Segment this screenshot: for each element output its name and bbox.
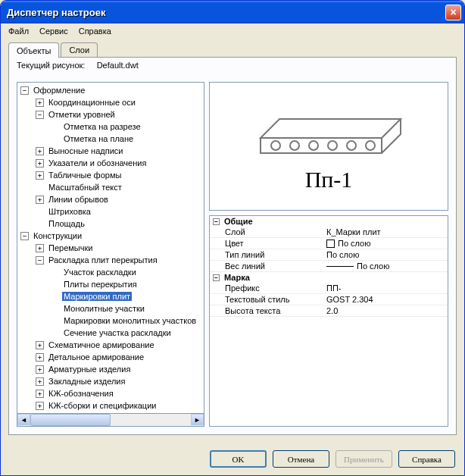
tree-spacer [51,317,59,325]
prop-row-theight[interactable]: Высота текста2.0 [210,305,448,317]
close-icon[interactable]: × [445,5,461,20]
expand-icon[interactable]: + [36,341,44,349]
tab-panel: Текущий рисунок: Default.dwt −Оформление… [8,57,457,435]
tree-node[interactable]: Участок раскладки [62,268,138,277]
prop-row-color[interactable]: ЦветПо слою [210,238,448,249]
tree-node[interactable]: Маркировки монолитных участков [62,316,198,325]
tree[interactable]: −Оформление +Координационные оси −Отметк… [17,82,204,414]
tree-node-oformlenie[interactable]: Оформление [32,86,86,95]
tree-node[interactable]: Отметка на разрезе [62,122,142,131]
expand-icon[interactable]: + [36,171,44,180]
expand-icon[interactable]: − [36,256,44,265]
expand-icon[interactable]: − [20,86,29,95]
content-area: Объекты Слои Текущий рисунок: Default.dw… [1,39,464,443]
expand-icon[interactable]: + [36,196,44,204]
collapse-icon[interactable]: − [213,218,220,225]
tree-node[interactable]: Отметка на плане [62,134,135,143]
help-button[interactable]: Справка [398,450,455,468]
tree-node[interactable]: Арматурные изделия [47,365,132,374]
expand-icon[interactable]: + [36,390,44,398]
expand-icon[interactable]: + [36,365,44,374]
scroll-left-icon[interactable]: ◄ [17,414,30,425]
prop-value[interactable]: 2.0 [323,305,448,316]
menu-file[interactable]: Файл [4,25,33,37]
tab-layers[interactable]: Слои [61,42,98,58]
titlebar[interactable]: Диспетчер настроек × [1,1,464,23]
expand-icon[interactable]: + [36,402,44,410]
horizontal-scrollbar[interactable]: ◄ ► [17,414,204,427]
prop-name: Цвет [210,238,323,249]
expand-icon[interactable]: − [36,111,44,119]
tree-spacer [51,293,59,301]
expand-icon[interactable]: + [36,147,44,155]
tree-node[interactable]: Указатели и обозначения [47,158,148,168]
prop-value[interactable]: По слою [323,261,448,271]
tree-spacer [36,183,44,192]
expand-icon[interactable]: + [36,99,44,107]
tree-spacer [51,280,59,289]
tree-node[interactable]: Детальное армирование [47,352,145,362]
expand-icon[interactable]: + [36,377,44,386]
tree-node-selected[interactable]: Маркировки плит [62,292,132,301]
tree-node[interactable]: КЖ-обозначения [47,389,115,398]
prop-value[interactable]: К_Марки плит [323,227,448,237]
prop-row-tstyle[interactable]: Текстовый стильGOST 2.304 [210,294,448,305]
prop-group-common[interactable]: −Общие [210,216,448,227]
expand-icon[interactable]: − [20,232,29,240]
scroll-track[interactable] [30,414,191,426]
tree-node[interactable]: Площадь [47,219,86,228]
tree-node[interactable]: Схематичное армирование [47,340,156,349]
tab-objects[interactable]: Объекты [8,42,59,58]
tree-node[interactable]: Закладные изделия [47,377,126,386]
svg-point-0 [271,141,280,150]
slab-icon [253,100,404,161]
svg-point-3 [328,141,337,150]
prop-value[interactable]: ПП- [323,283,448,293]
tree-node[interactable]: Отметки уровней [47,110,117,119]
tree-node[interactable]: Масштабный текст [47,183,123,192]
tree-node-konstr[interactable]: Конструкции [32,231,83,240]
tree-node[interactable]: Линии обрывов [47,195,110,204]
tree-node[interactable]: Координационные оси [47,98,137,107]
tree-node[interactable]: Плиты перекрытия [62,280,139,289]
apply-button[interactable]: Применить [335,450,392,468]
cancel-button[interactable]: Отмена [273,450,329,468]
tree-node[interactable]: Штриховка [47,207,92,216]
tree-node[interactable]: КЖ-сборки и спецификации [47,401,158,410]
scroll-thumb[interactable] [30,414,111,426]
prop-row-prefix[interactable]: ПрефиксПП- [210,283,448,294]
prop-group-label: Общие [224,217,253,226]
tree-node[interactable]: Выносные надписи [47,146,124,155]
prop-row-ltype[interactable]: Тип линийПо слою [210,249,448,261]
prop-value[interactable]: GOST 2.304 [323,294,448,305]
prop-row-lweight[interactable]: Вес линийПо слою [210,261,448,272]
tabs: Объекты Слои [8,42,457,57]
tree-node[interactable]: Табличные формы [47,171,123,180]
menu-help[interactable]: Справка [74,25,116,37]
menubar: Файл Сервис Справка [1,23,464,39]
menu-service[interactable]: Сервис [35,25,73,37]
tree-node[interactable]: Раскладка плит перекрытия [47,255,159,265]
prop-name: Префикс [210,283,323,293]
prop-row-layer[interactable]: СлойК_Марки плит [210,227,448,238]
tree-node[interactable]: Перемычки [47,243,94,252]
property-grid[interactable]: −Общие СлойК_Марки плит ЦветПо слою Тип … [209,215,448,427]
color-swatch-icon [326,240,335,248]
prop-name: Вес линий [210,261,323,271]
tree-spacer [51,329,59,337]
dialog-footer: OK Отмена Применить Справка [1,443,464,475]
collapse-icon[interactable]: − [213,274,220,281]
ok-button[interactable]: OK [210,450,267,468]
preview-pane: Пп-1 [209,82,448,211]
prop-value[interactable]: По слою [323,249,448,260]
expand-icon[interactable]: + [36,244,44,252]
tree-spacer [36,220,44,228]
tree-node[interactable]: Сечение участка раскладки [62,328,173,337]
expand-icon[interactable]: + [36,353,44,362]
expand-icon[interactable]: + [36,159,44,168]
prop-group-mark[interactable]: −Марка [210,272,448,283]
prop-value[interactable]: По слою [323,238,448,249]
tree-node[interactable]: Монолитные участки [62,304,146,313]
scroll-right-icon[interactable]: ► [191,414,204,425]
current-drawing: Текущий рисунок: Default.dwt [17,61,139,70]
